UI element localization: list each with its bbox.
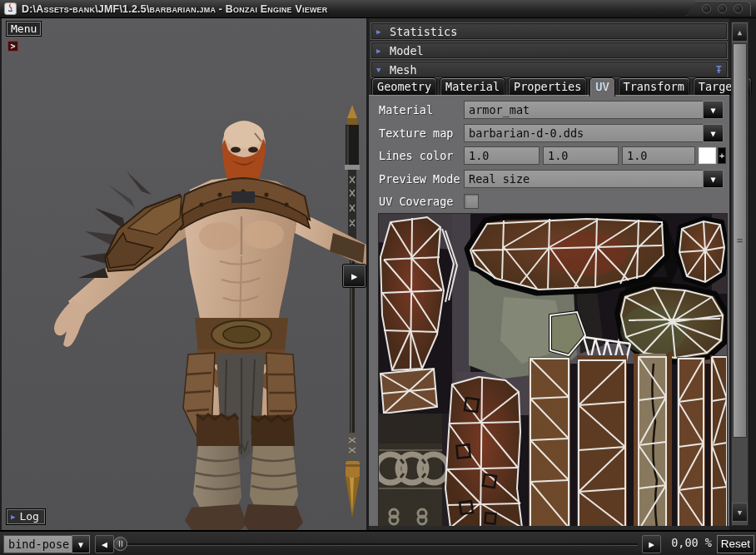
log-toggle-button[interactable]: ▶ Log bbox=[7, 509, 45, 524]
panel-scrollbar[interactable]: ▲ = ▼ bbox=[731, 22, 749, 526]
material-dropdown[interactable]: armor_mat ▼ bbox=[464, 101, 724, 119]
preview-mode-dropdown[interactable]: Real size ▼ bbox=[464, 170, 724, 188]
animation-toolbar: bind-pose ▼ ◀ ▶ 0,00 % Reset bbox=[0, 530, 756, 555]
timeline-knob[interactable] bbox=[113, 537, 127, 551]
expand-arrow-icon: ▶ bbox=[376, 27, 383, 36]
back-arrow-icon: ◀ bbox=[102, 539, 107, 550]
tab-material[interactable]: Material bbox=[440, 77, 505, 95]
section-label: Model bbox=[390, 44, 424, 57]
section-model[interactable]: ▶ Model bbox=[371, 42, 728, 59]
down-arrow-icon: ▼ bbox=[738, 508, 742, 517]
tab-properties[interactable]: Properties bbox=[508, 77, 587, 95]
play-arrow-icon: ▶ bbox=[649, 539, 654, 550]
window-button-maximize[interactable] bbox=[718, 4, 727, 13]
texture-map-label: Texture map bbox=[379, 124, 453, 142]
tab-geometry[interactable]: Geometry bbox=[371, 77, 437, 95]
lines-color-r-input[interactable]: 1.0 bbox=[464, 146, 540, 165]
grip-icon: = bbox=[737, 238, 743, 243]
collapse-arrow-icon: ▼ bbox=[376, 66, 383, 74]
section-label: Mesh bbox=[390, 63, 417, 77]
expand-arrow-icon: ▶ bbox=[11, 510, 15, 523]
texture-map-value: barbarian-d-0.dds bbox=[464, 124, 703, 142]
menu-button[interactable]: Menu bbox=[7, 22, 41, 36]
window-button-minimize[interactable] bbox=[702, 4, 711, 13]
scrollbar-thumb[interactable]: = bbox=[733, 43, 747, 438]
scroll-down-button[interactable]: ▼ bbox=[732, 503, 748, 522]
step-back-button[interactable]: ◀ bbox=[95, 535, 114, 553]
material-value: armor_mat bbox=[464, 101, 703, 119]
mesh-tab-bar: Geometry Material Properties UV Transfor… bbox=[371, 77, 752, 96]
preview-mode-value: Real size bbox=[464, 170, 703, 188]
section-label: Statistics bbox=[390, 25, 457, 38]
scroll-up-button[interactable]: ▲ bbox=[732, 22, 748, 42]
progress-label: 0,00 % bbox=[671, 536, 712, 549]
dropdown-arrow-icon: ▼ bbox=[710, 106, 715, 115]
lines-color-swatch[interactable] bbox=[699, 147, 716, 164]
tab-uv[interactable]: UV bbox=[589, 77, 614, 97]
title-bar: D:\Assets-bank\JMF\1.2.5\barbarian.jma -… bbox=[0, 0, 756, 18]
uv-wireframe-render bbox=[379, 214, 728, 527]
material-label: Material bbox=[379, 101, 433, 119]
uv-tab-content: Material armor_mat ▼ Texture map barbari… bbox=[369, 95, 729, 526]
dropdown-arrow-icon: ▼ bbox=[710, 175, 715, 184]
java-icon bbox=[4, 2, 17, 15]
dropdown-arrow-icon: ▼ bbox=[78, 540, 83, 549]
section-statistics[interactable]: ▶ Statistics bbox=[371, 22, 728, 40]
uv-map-preview[interactable] bbox=[378, 213, 728, 527]
pose-value: bind-pose bbox=[3, 535, 72, 553]
reset-button[interactable]: Reset bbox=[717, 535, 754, 553]
play-arrow-icon: ▶ bbox=[351, 270, 357, 282]
tab-transform[interactable]: Transform bbox=[618, 77, 690, 95]
panel-collapse-button[interactable]: ▶ bbox=[343, 265, 366, 287]
expand-arrow-icon: ▶ bbox=[376, 47, 383, 55]
window-title: D:\Assets-bank\JMF\1.2.5\barbarian.jma -… bbox=[22, 3, 328, 15]
up-arrow-icon: ▲ bbox=[738, 28, 742, 37]
preview-mode-label: Preview Mode bbox=[379, 170, 460, 188]
window-button-close[interactable] bbox=[734, 4, 743, 13]
lines-color-g-input[interactable]: 1.0 bbox=[543, 146, 619, 165]
log-label: Log bbox=[19, 510, 38, 523]
lines-color-plus-button[interactable]: + bbox=[718, 147, 726, 164]
texture-map-dropdown[interactable]: barbarian-d-0.dds ▼ bbox=[464, 124, 724, 142]
timeline-slider[interactable] bbox=[118, 543, 638, 546]
inspector-panel: ▶ Statistics ▶ Model ▼ Mesh Ŧ Geometry M… bbox=[369, 18, 729, 530]
console-prompt-icon[interactable]: > bbox=[7, 41, 18, 52]
uv-coverage-label: UV Coverage bbox=[379, 192, 453, 211]
pin-icon[interactable]: Ŧ bbox=[716, 64, 722, 76]
uv-coverage-checkbox[interactable] bbox=[464, 194, 479, 209]
lines-color-label: Lines color bbox=[379, 146, 453, 165]
pose-dropdown[interactable]: bind-pose ▼ bbox=[3, 535, 90, 553]
play-button[interactable]: ▶ bbox=[642, 535, 661, 553]
3d-viewport[interactable]: Menu > ▶ Log ▶ bbox=[2, 18, 366, 530]
dropdown-arrow-icon: ▼ bbox=[710, 129, 715, 138]
section-mesh[interactable]: ▼ Mesh Ŧ bbox=[371, 61, 728, 78]
window-controls bbox=[686, 1, 751, 16]
lines-color-b-input[interactable]: 1.0 bbox=[622, 146, 695, 165]
barbarian-model-render bbox=[2, 18, 366, 530]
